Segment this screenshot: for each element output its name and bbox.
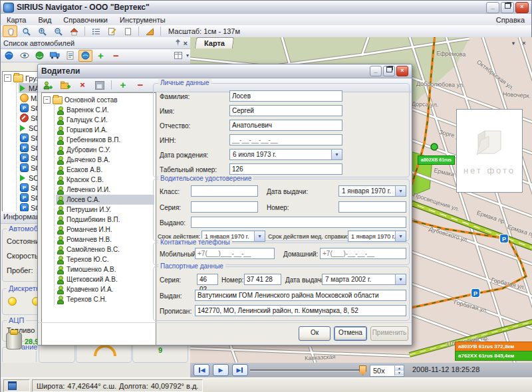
license-issue-combo[interactable]: 1 января 1970 г. ▾ [338, 185, 406, 197]
globe-all-button[interactable] [33, 50, 47, 62]
license-med-combo[interactable]: 1 января 1970 г. ▾ [348, 231, 406, 242]
dialog-maximize-button[interactable] [383, 66, 395, 76]
pin-icon[interactable] [175, 39, 181, 47]
dialog-close-button[interactable]: × [396, 66, 408, 76]
vehicle-plate-label[interactable]: а802ХВ 61rus [418, 155, 455, 165]
remove-vehicle-button[interactable]: − [109, 50, 123, 62]
dropdown-arrow-icon[interactable]: ▾ [331, 149, 342, 159]
driver-tree-item[interactable]: Горшков И.А. [56, 125, 154, 135]
driver-tree-item[interactable]: Тимошенко А.В. [56, 264, 154, 274]
license-series-field[interactable] [191, 201, 258, 213]
driver-tree-item[interactable]: Галущук С.И. [56, 115, 154, 125]
driver-tree-item[interactable]: Дьяченко В.А. [56, 155, 154, 165]
playback-speed-spinner[interactable]: 50x ▲▼ [370, 365, 404, 377]
driver-tree-root[interactable]: − Основной состав [43, 95, 154, 105]
add-group-button[interactable] [57, 79, 73, 92]
tab-list-dropdown-icon[interactable]: ▾ [508, 39, 519, 49]
spinner-arrows[interactable]: ▲▼ [394, 366, 404, 375]
dropdown-arrow-icon[interactable]: ▾ [395, 231, 406, 241]
driver-tree-item[interactable]: Щетковский А.В. [56, 274, 154, 284]
playback-slider[interactable] [250, 369, 364, 371]
apply-button[interactable]: Применить [370, 326, 408, 341]
zoom-in-button[interactable] [35, 25, 49, 37]
driver-tree-item[interactable]: Терехов Ю.С. [56, 254, 154, 264]
patronymic-field[interactable]: Анатольевич [229, 120, 342, 131]
driver-tree-item[interactable]: Романчев Н.В. [56, 235, 154, 245]
panel-close-icon[interactable]: × [184, 39, 188, 47]
driver-tree-item[interactable]: Красюк С.В. [56, 175, 154, 185]
visibility-button[interactable] [17, 50, 31, 62]
name-field[interactable]: Сергей [229, 105, 342, 116]
truck-button[interactable] [48, 50, 62, 62]
home-phone-field[interactable]: +7(___)-__-__-__ [320, 248, 406, 259]
dialog-minimize-button[interactable]: _ [370, 66, 382, 76]
skip-back-button[interactable]: ◀ [194, 364, 209, 376]
globe-button[interactable] [2, 50, 16, 62]
save-button[interactable] [92, 79, 108, 92]
home-view-button[interactable] [66, 25, 81, 37]
remove-record-button[interactable]: − [132, 79, 148, 92]
personnel-number-field[interactable]: 126 [229, 163, 342, 175]
driver-tree-item[interactable]: Терехов С.Н. [56, 294, 154, 304]
menu-vid[interactable]: Вид [32, 15, 57, 25]
zoom-out-button[interactable] [51, 25, 65, 37]
driver-tree-item[interactable]: Романчев И.Н. [56, 225, 154, 235]
license-class-field[interactable] [191, 185, 258, 197]
driver-tree-item[interactable]: Лосев С.А. [56, 195, 154, 205]
add-record-button[interactable]: + [115, 79, 131, 92]
inn-field[interactable]: __-__-__-__-__ [229, 134, 342, 146]
columns-dropdown-icon[interactable]: ▾ [186, 52, 189, 58]
mobile-phone-field[interactable]: +7(___)___-__-__ [195, 248, 275, 259]
driver-tree-item[interactable]: Варенюк С.И. [56, 105, 154, 115]
driver-tree-item[interactable]: Левченко И.И. [56, 185, 154, 195]
pan-tool-button[interactable] [3, 25, 17, 37]
report-button[interactable] [63, 50, 77, 62]
passport-issued-by-field[interactable]: Ватутинским ГОМ Ленинского района Москов… [195, 290, 406, 301]
driver-tree-item[interactable]: Петрушин И.У. [56, 205, 154, 215]
birth-date-combo[interactable]: 6 июля 1973 г. ▾ [229, 149, 342, 160]
vehicle-position-marker[interactable] [431, 144, 438, 150]
spin-up-icon[interactable]: ▲ [395, 366, 404, 371]
dropdown-arrow-icon[interactable]: ▾ [254, 231, 265, 241]
driver-tree-item[interactable]: Кравченко И.А. [56, 284, 154, 294]
menu-spravka[interactable]: Справка [489, 15, 531, 25]
play-button[interactable]: ▶ [213, 364, 229, 376]
restore-button[interactable] [501, 2, 514, 13]
tab-close-icon[interactable]: × [519, 39, 529, 49]
close-button[interactable]: × [515, 2, 529, 13]
track-on-map-button[interactable] [78, 50, 92, 62]
driver-tree-item[interactable]: Подшибякин В.П. [56, 215, 154, 225]
driver-tree-item[interactable]: Есаков А.В. [56, 165, 154, 175]
edit-document-button[interactable] [104, 25, 119, 37]
driver-tree-item[interactable]: Гребенников В.П. [56, 135, 154, 145]
license-number-field[interactable] [338, 201, 406, 213]
measure-tool-button[interactable] [142, 25, 157, 37]
expander-icon[interactable]: − [43, 96, 51, 104]
skip-forward-button[interactable]: ▶ [232, 364, 248, 376]
minimize-button[interactable]: _ [486, 2, 499, 13]
parking-marker[interactable]: P [500, 235, 509, 243]
add-vehicle-button[interactable]: + [94, 50, 108, 62]
list-view-button[interactable] [88, 25, 103, 37]
menu-spravochniki[interactable]: Справочники [57, 15, 114, 25]
menu-karta[interactable]: Карта [1, 15, 32, 25]
columns-button[interactable] [172, 50, 186, 62]
new-page-button[interactable] [120, 25, 135, 37]
menu-instrumenty[interactable]: Инструменты [114, 15, 172, 25]
passport-issue-combo[interactable]: 7 марта 2002 г. ▾ [322, 274, 406, 285]
ok-button[interactable]: Ок [299, 326, 331, 341]
spin-down-icon[interactable]: ▼ [395, 371, 404, 375]
cancel-button[interactable]: Отмена [334, 326, 367, 341]
expander-icon[interactable]: − [4, 74, 11, 82]
passport-series-field[interactable]: 46 02 [197, 274, 218, 285]
passport-number-field[interactable]: 37 41 28 [244, 274, 281, 285]
zoom-tool-button[interactable] [19, 25, 33, 37]
driver-tree-item[interactable]: Дубровин С.У. [56, 145, 154, 155]
driver-tree-item[interactable]: Самойленко В.С. [56, 245, 154, 254]
tab-karta[interactable]: Карта [195, 37, 234, 49]
delete-driver-button[interactable]: × [74, 79, 90, 92]
surname-field[interactable]: Лосев [229, 90, 342, 102]
add-driver-button[interactable] [40, 79, 56, 92]
dropdown-arrow-icon[interactable]: ▾ [395, 274, 406, 284]
tracked-vehicle-badge[interactable]: а803УВ 61rus 372,8км [455, 342, 532, 351]
